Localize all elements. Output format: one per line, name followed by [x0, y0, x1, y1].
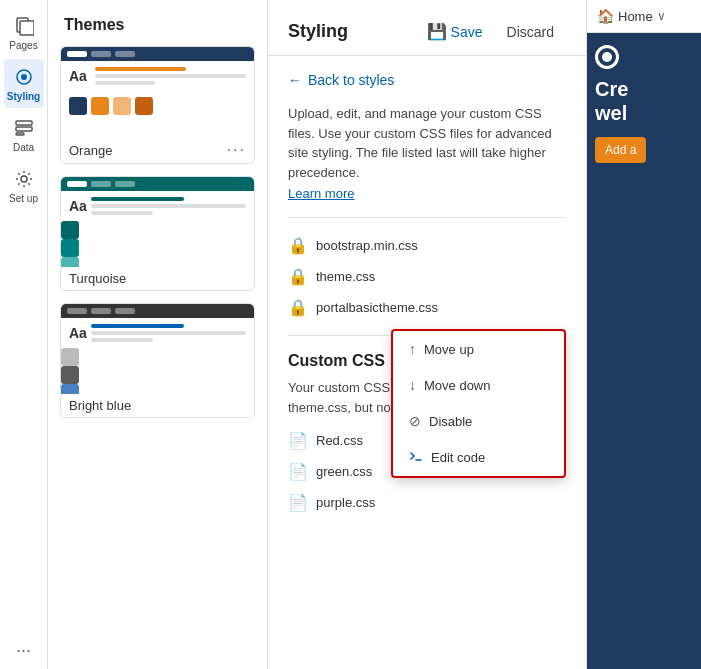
blue-aa-line: Aa	[61, 318, 254, 348]
svg-rect-4	[16, 121, 32, 125]
file-icon-purple: 📄	[288, 493, 308, 512]
move-down-label: Move down	[424, 378, 490, 393]
file-item-bootstrap: 🔒 bootstrap.min.css	[288, 230, 566, 261]
edit-code-icon	[409, 449, 423, 466]
sidebar-more[interactable]: ...	[16, 636, 31, 657]
save-button[interactable]: 💾 Save	[415, 16, 495, 47]
divider1	[288, 217, 566, 218]
learn-more-link[interactable]: Learn more	[288, 186, 566, 201]
file-item-portal: 🔒 portalbasictheme.css	[288, 292, 566, 323]
file-name-bootstrap: bootstrap.min.css	[316, 238, 418, 253]
context-menu-move-down[interactable]: ↓ Move down	[393, 367, 564, 403]
svg-rect-6	[16, 133, 24, 135]
setup-icon	[12, 167, 36, 191]
context-menu-move-up[interactable]: ↑ Move up	[393, 331, 564, 367]
orange-swatches	[61, 91, 254, 121]
system-files-list: 🔒 bootstrap.min.css 🔒 theme.css 🔒 portal…	[288, 230, 566, 323]
file-icon-green: 📄	[288, 462, 308, 481]
sidebar-item-data[interactable]: Data	[4, 110, 44, 159]
content-wrapper: Styling 💾 Save Discard ← Back to styles …	[268, 0, 701, 669]
file-icon-3: 🔒	[288, 298, 308, 317]
theme-card-orange[interactable]: Aa Orange ···	[60, 46, 255, 164]
turquoise-footer: Turquoise	[61, 267, 254, 290]
preview-panel: 🏠 Home ∨ Crewel Add a	[586, 0, 701, 669]
sidebar-item-data-label: Data	[13, 142, 34, 153]
sidebar-item-styling-label: Styling	[7, 91, 40, 102]
orange-aa-line: Aa	[61, 61, 254, 91]
sidebar-item-setup[interactable]: Set up	[4, 161, 44, 210]
swatch1	[69, 97, 87, 115]
file-name-portal: portalbasictheme.css	[316, 300, 438, 315]
save-icon: 💾	[427, 22, 447, 41]
main-content: Styling 💾 Save Discard ← Back to styles …	[268, 0, 586, 669]
blue-footer: Bright blue	[61, 394, 254, 417]
discard-button[interactable]: Discard	[495, 18, 566, 46]
file-name-green: green.css	[316, 464, 372, 479]
theme-card-turquoise[interactable]: Aa Turquoise	[60, 176, 255, 291]
themes-list: Aa Orange ···	[48, 46, 267, 669]
file-item-theme: 🔒 theme.css	[288, 261, 566, 292]
blue-label: Bright blue	[69, 398, 131, 413]
preview-heading: Crewel	[595, 77, 693, 125]
svg-point-7	[21, 176, 27, 182]
svg-point-3	[21, 74, 27, 80]
orange-footer: Orange ···	[61, 137, 254, 163]
orange-label: Orange	[69, 143, 112, 158]
svg-rect-5	[16, 127, 32, 131]
swatch2	[91, 97, 109, 115]
custom-files-list: 📄 Red.css 📄 green.css 📄 purple.css ↑ Mov…	[288, 425, 566, 518]
file-name-theme: theme.css	[316, 269, 375, 284]
theme-card-blue[interactable]: Aa Bright blue	[60, 303, 255, 418]
back-arrow-icon: ←	[288, 72, 302, 88]
content-body: ← Back to styles Upload, edit, and manag…	[268, 56, 586, 669]
disable-label: Disable	[429, 414, 472, 429]
blue-swatches	[61, 348, 254, 394]
file-name-purple: purple.css	[316, 495, 375, 510]
file-name-red: Red.css	[316, 433, 363, 448]
sidebar-item-pages-label: Pages	[9, 40, 37, 51]
move-up-icon: ↑	[409, 341, 416, 357]
turquoise-top-bar	[61, 177, 254, 191]
file-icon-1: 🔒	[288, 236, 308, 255]
edit-code-label: Edit code	[431, 450, 485, 465]
swatch4	[135, 97, 153, 115]
sidebar-item-pages[interactable]: Pages	[4, 8, 44, 57]
data-icon	[12, 116, 36, 140]
turquoise-aa-line: Aa	[61, 191, 254, 221]
description-text: Upload, edit, and manage your custom CSS…	[288, 104, 566, 182]
preview-radio	[595, 45, 619, 69]
sidebar: Pages Styling Data Set up ...	[0, 0, 48, 669]
orange-top-bar	[61, 47, 254, 61]
orange-dots[interactable]: ···	[227, 141, 246, 159]
themes-panel: Themes Aa	[48, 0, 268, 669]
chevron-down-icon: ∨	[657, 9, 666, 23]
preview-cta-button[interactable]: Add a	[595, 137, 646, 163]
save-label: Save	[451, 24, 483, 40]
context-menu-disable[interactable]: ⊘ Disable	[393, 403, 564, 439]
disable-icon: ⊘	[409, 413, 421, 429]
swatch3	[113, 97, 131, 115]
preview-radio-inner	[602, 52, 612, 62]
back-link[interactable]: ← Back to styles	[288, 72, 566, 88]
home-icon: 🏠	[597, 8, 614, 24]
main-header: Styling 💾 Save Discard	[268, 0, 586, 56]
blue-preview: Aa	[61, 304, 254, 394]
context-menu-edit-code[interactable]: Edit code	[393, 439, 564, 476]
custom-css-title: Custom CSS	[288, 352, 385, 370]
back-link-label: Back to styles	[308, 72, 394, 88]
turquoise-label: Turquoise	[69, 271, 126, 286]
preview-content: Crewel Add a	[587, 33, 701, 669]
pages-icon	[12, 14, 36, 38]
turquoise-swatches	[61, 221, 254, 267]
discard-label: Discard	[507, 24, 554, 40]
turquoise-preview: Aa	[61, 177, 254, 267]
preview-cta-label: Add a	[605, 143, 636, 157]
move-up-label: Move up	[424, 342, 474, 357]
move-down-icon: ↓	[409, 377, 416, 393]
page-title: Styling	[288, 21, 415, 42]
sidebar-item-styling[interactable]: Styling	[4, 59, 44, 108]
sidebar-item-setup-label: Set up	[9, 193, 38, 204]
themes-header: Themes	[48, 0, 267, 46]
orange-preview: Aa	[61, 47, 254, 137]
context-menu: ↑ Move up ↓ Move down ⊘ Disable	[391, 329, 566, 478]
